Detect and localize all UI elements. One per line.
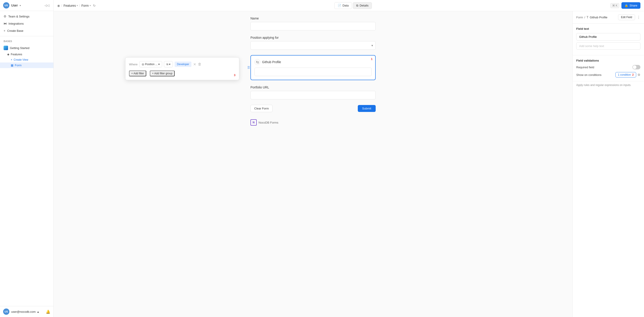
form-inner: Name Position applying for ▾ ⠿ bbox=[250, 17, 376, 126]
condition-value[interactable]: Developer bbox=[175, 62, 192, 67]
tab-data[interactable]: 📄 Data bbox=[334, 2, 352, 9]
topbar-right: ⌘ K 🔒 Share bbox=[610, 2, 640, 9]
chevron-up-icon: ▴ bbox=[37, 310, 39, 313]
required-field-row: Required field bbox=[576, 65, 640, 69]
sidebar-item-label: Integrations bbox=[8, 22, 24, 25]
condition-number-2: 2 bbox=[632, 73, 634, 76]
required-field-label: Required field bbox=[576, 66, 594, 69]
details-tab-label: Details bbox=[360, 4, 368, 7]
keyboard-shortcut: ⌘ K bbox=[610, 3, 619, 8]
condition-operator-select[interactable]: is ▾ bbox=[164, 61, 173, 67]
breadcrumb-form[interactable]: Form ▾ bbox=[82, 4, 91, 8]
user-menu[interactable]: US User ▾ bbox=[3, 2, 21, 9]
required-field-toggle[interactable] bbox=[632, 65, 640, 69]
breadcrumb-features[interactable]: Features ▾ bbox=[64, 4, 78, 8]
form-field-position: Position applying for ▾ bbox=[250, 36, 376, 50]
lock-icon: 🔒 bbox=[624, 4, 628, 7]
details-tab-icon: ⧉ bbox=[356, 4, 358, 8]
sidebar-header: US User ▾ ◁◁ bbox=[0, 0, 54, 11]
panel-field-text-section: Field text bbox=[573, 24, 644, 55]
text-field-icon: T bbox=[586, 16, 588, 19]
show-conditions-label: Show on conditions bbox=[576, 73, 602, 77]
chevron-down-icon: ▾ bbox=[169, 63, 170, 66]
github-field-label: Github Profile bbox=[262, 60, 281, 64]
github-input[interactable] bbox=[254, 68, 372, 76]
submit-button[interactable]: Submit bbox=[358, 105, 376, 112]
github-field-badge: 1 bbox=[371, 57, 372, 61]
condition-field-label: Position ... bbox=[145, 63, 158, 66]
form-buttons: Clear Form Submit bbox=[250, 105, 376, 112]
panel-field-name: Github Profile bbox=[590, 16, 608, 19]
footer-avatar: US bbox=[3, 308, 10, 315]
features-label: Features bbox=[11, 53, 22, 56]
avatar: US bbox=[3, 2, 10, 9]
form-icon: ▦ bbox=[11, 64, 14, 67]
condition-popup: Where ◎ Position ... ▾ is ▾ Developer ✕ … bbox=[125, 57, 239, 80]
footer-user: US user@nocodb.com ▴ bbox=[3, 308, 39, 315]
data-tab-icon: 📄 bbox=[338, 4, 341, 7]
position-select[interactable] bbox=[250, 41, 376, 50]
sidebar-item-label: Team & Settings bbox=[8, 15, 30, 18]
right-panel: Form / T Github Profile Edit Field ⋮ Fie… bbox=[572, 11, 644, 317]
chevron-down-icon: ▾ bbox=[158, 63, 160, 66]
breadcrumb: ◉ / Features ▾ / Form ▾ ↻ bbox=[57, 4, 96, 8]
panel-actions: Edit Field ⋮ bbox=[618, 14, 640, 20]
condition-value-label: Developer bbox=[177, 63, 189, 66]
form-area: Name Position applying for ▾ ⠿ bbox=[54, 11, 572, 317]
sidebar-item-form[interactable]: ▦ Form bbox=[0, 63, 54, 68]
topbar: ◉ / Features ▾ / Form ▾ ↻ 📄 Data ⧉ Detai… bbox=[54, 0, 644, 11]
more-options-icon[interactable]: ⋮ bbox=[637, 15, 640, 20]
condition-filter-row: Where ◎ Position ... ▾ is ▾ Developer ✕ … bbox=[129, 61, 236, 67]
sidebar-item-features[interactable]: ◈ Features bbox=[0, 52, 54, 57]
breadcrumb-form-label: Form bbox=[82, 4, 89, 8]
sidebar-item-getting-started[interactable]: Getting Started bbox=[0, 44, 54, 52]
remove-condition-icon[interactable]: ✕ bbox=[193, 62, 196, 67]
share-label: Share bbox=[630, 4, 637, 7]
collapse-sidebar-button[interactable]: ◁◁ bbox=[44, 3, 50, 8]
position-icon: ◎ bbox=[142, 63, 144, 66]
panel-breadcrumb-form: Form bbox=[576, 16, 583, 19]
base-icon bbox=[4, 46, 8, 50]
base-name-label: Getting Started bbox=[10, 46, 29, 50]
sidebar-item-label: Create Base bbox=[7, 29, 23, 33]
user-name: User bbox=[11, 4, 18, 7]
share-button[interactable]: 🔒 Share bbox=[622, 2, 640, 9]
bell-icon[interactable]: 🔔 bbox=[46, 309, 50, 314]
sidebar-footer: US user@nocodb.com ▴ 🔔 bbox=[0, 306, 54, 317]
drag-handle-icon[interactable]: ⠿ bbox=[247, 66, 250, 70]
panel-header: Form / T Github Profile Edit Field ⋮ bbox=[573, 11, 644, 24]
position-select-wrapper: ▾ bbox=[250, 41, 376, 50]
gear-icon: ⚙ bbox=[4, 15, 6, 18]
field-text-input[interactable] bbox=[576, 33, 640, 41]
condition-settings-icon[interactable]: ⚙ bbox=[638, 73, 640, 77]
clear-form-button[interactable]: Clear Form bbox=[250, 105, 272, 112]
sidebar-item-create-base[interactable]: + Create Base bbox=[0, 27, 54, 34]
condition-count-badge[interactable]: 1 condition 2 bbox=[616, 72, 636, 78]
plus-icon: + bbox=[11, 58, 12, 61]
create-view-label: Create View bbox=[14, 58, 28, 61]
breadcrumb-features-label: Features bbox=[64, 4, 76, 8]
edit-field-button[interactable]: Edit Field bbox=[618, 14, 635, 20]
form-label: Form bbox=[15, 64, 22, 67]
sidebar-item-team-settings[interactable]: ⚙ Team & Settings bbox=[0, 13, 54, 20]
operator-label: is bbox=[166, 63, 168, 66]
field-text-section-label: Field text bbox=[576, 27, 640, 31]
sidebar-item-integrations[interactable]: ⧓ Integrations bbox=[0, 20, 54, 27]
delete-condition-icon[interactable]: 🗑 bbox=[198, 62, 202, 66]
panel-breadcrumb: Form / T Github Profile bbox=[576, 16, 607, 19]
sidebar-bases-section: Bases Getting Started ◈ Features + Creat… bbox=[0, 36, 54, 71]
panel-validations-section: Field validations Required field Show on… bbox=[573, 55, 644, 81]
name-input[interactable] bbox=[250, 22, 376, 31]
hide-field-button[interactable] bbox=[254, 59, 260, 65]
add-filter-group-button[interactable]: + Add filter group bbox=[150, 71, 175, 76]
help-text-input[interactable] bbox=[576, 42, 640, 50]
breadcrumb-db-icon: ◉ bbox=[57, 4, 60, 8]
add-filter-row: + Add filter + Add filter group bbox=[129, 71, 236, 76]
condition-field-select[interactable]: ◎ Position ... ▾ bbox=[139, 61, 162, 67]
chevron-down-icon: ▾ bbox=[77, 4, 78, 7]
tab-details[interactable]: ⧉ Details bbox=[353, 2, 372, 9]
portfolio-input[interactable] bbox=[250, 91, 376, 99]
add-filter-button[interactable]: + Add filter bbox=[129, 71, 146, 76]
refresh-button[interactable]: ↻ bbox=[93, 4, 96, 8]
sidebar-item-create-view[interactable]: + Create View bbox=[0, 57, 54, 63]
